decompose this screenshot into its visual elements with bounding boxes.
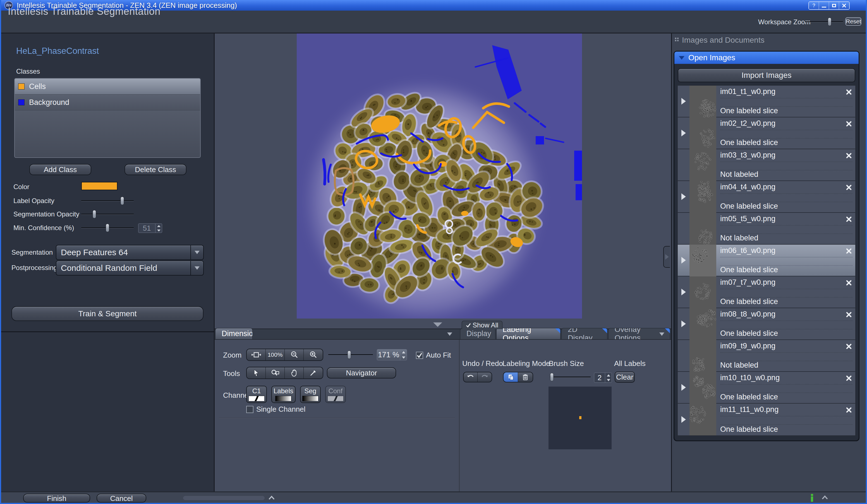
spin-up-icon[interactable] [605, 373, 612, 377]
image-viewport[interactable] [297, 33, 582, 318]
collapse-bottom-panel-icon[interactable] [433, 322, 442, 327]
image-list-item[interactable]: im04_t4_w0.png One labeled slice [678, 181, 855, 213]
train-segment-button[interactable]: Train & Segment [11, 306, 203, 321]
horizontal-scrollbar[interactable] [183, 496, 265, 500]
spin-down-icon[interactable] [156, 228, 162, 233]
zoom-out-button[interactable] [285, 349, 304, 360]
image-list-item[interactable]: im06_t6_w0.png One labeled slice [678, 245, 855, 276]
project-name-link[interactable]: HeLa_PhaseContrast [16, 46, 99, 56]
image-list-item[interactable]: im11_t11_w0.png One labeled slice [678, 404, 855, 435]
dropdown-arrow-icon[interactable] [190, 261, 203, 275]
zoom-100-button[interactable]: 100% [266, 349, 285, 360]
redo-button[interactable] [478, 372, 492, 382]
workspace-zoom-reset-button[interactable]: Reset [845, 17, 861, 26]
class-row[interactable]: Cells [15, 79, 200, 95]
workspace-zoom-thumb[interactable] [828, 18, 832, 26]
import-images-button[interactable]: Import Images [678, 68, 855, 82]
channel-button-labels[interactable]: Labels [271, 386, 296, 403]
workspace-zoom-slider[interactable] [805, 17, 843, 26]
close-button[interactable] [839, 2, 849, 9]
spin-up-icon[interactable] [400, 350, 407, 355]
channel-button-seg[interactable]: Seg [300, 386, 321, 403]
undo-button[interactable] [464, 372, 478, 382]
close-image-button[interactable] [845, 183, 853, 191]
auto-fit-checkbox[interactable] [416, 352, 423, 359]
display-panel-menu-icon[interactable] [659, 332, 664, 336]
erase-mode-button[interactable] [518, 372, 533, 382]
single-channel-checkbox[interactable] [246, 406, 254, 413]
dropdown-arrow-icon[interactable] [190, 245, 203, 259]
image-list-item[interactable]: im05_t5_w0.png Not labeled [678, 213, 855, 245]
delete-class-button[interactable]: Delete Class [125, 164, 186, 175]
expand-arrow-icon[interactable] [681, 98, 686, 105]
tab-dimensions[interactable]: Dimensions [215, 328, 253, 339]
brush-mode-button[interactable] [504, 372, 518, 382]
expand-arrow-icon[interactable] [681, 257, 686, 264]
close-image-button[interactable] [845, 278, 853, 287]
single-channel-control[interactable]: Single Channel [246, 405, 306, 414]
zoom-in-button[interactable] [304, 349, 323, 360]
image-list-item[interactable]: im02_t2_w0.png One labeled slice [678, 118, 855, 149]
image-list-item[interactable]: im08_t8_w0.png One labeled slice [678, 308, 855, 340]
add-class-button[interactable]: Add Class [29, 164, 91, 175]
min-confidence-slider[interactable] [81, 223, 134, 232]
close-image-button[interactable] [845, 374, 853, 382]
fit-view-button[interactable] [247, 349, 266, 360]
segmentation-method-dropdown[interactable]: Deep Features 64 [56, 245, 204, 260]
close-image-button[interactable] [845, 342, 853, 351]
close-image-button[interactable] [845, 247, 853, 255]
dimensions-panel-menu-icon[interactable] [447, 332, 452, 336]
expand-arrow-icon[interactable] [681, 193, 686, 200]
cursor-tool-button[interactable] [247, 367, 266, 379]
image-list-item[interactable]: im01_t1_w0.png One labeled slice [678, 86, 855, 118]
spin-down-icon[interactable] [605, 377, 612, 382]
spin-down-icon[interactable] [400, 355, 407, 360]
clear-labels-button[interactable]: Clear [615, 372, 635, 383]
info-icon[interactable] [810, 494, 814, 502]
expand-arrow-icon[interactable] [681, 384, 686, 391]
channel-button-conf[interactable]: Conf [325, 386, 346, 403]
open-images-header[interactable]: Open Images [674, 52, 859, 64]
expand-arrow-icon[interactable] [681, 289, 686, 295]
close-image-button[interactable] [845, 215, 853, 223]
view-zoom-slider[interactable] [328, 350, 373, 359]
picker-tool-button[interactable] [304, 367, 323, 379]
tab-2d-display[interactable]: 2D Display [561, 328, 607, 339]
pan-tool-button[interactable] [285, 367, 304, 379]
channel-button-c1[interactable]: C1 [246, 386, 267, 403]
minimize-button[interactable] [819, 2, 829, 9]
spin-up-icon[interactable] [156, 224, 162, 228]
close-image-button[interactable] [845, 120, 853, 128]
class-row[interactable]: Background [15, 95, 200, 110]
segmentation-opacity-slider[interactable] [81, 210, 134, 219]
collapse-right-panel-handle[interactable] [663, 246, 670, 268]
zoom-region-tool-button[interactable] [266, 367, 285, 379]
image-list-item[interactable]: im09_t9_w0.png Not labeled [678, 340, 855, 372]
collapse-footer-icon[interactable] [821, 495, 828, 500]
image-list-item[interactable]: im07_t7_w0.png One labeled slice [678, 276, 855, 308]
close-image-button[interactable] [845, 88, 853, 96]
expand-up-icon[interactable] [268, 495, 275, 501]
postprocessing-dropdown[interactable]: Conditional Random Field [56, 261, 204, 276]
show-all-toggle[interactable]: Show All [462, 321, 502, 329]
cancel-button[interactable]: Cancel [97, 494, 146, 503]
help-button[interactable]: ? [809, 2, 819, 9]
image-list-item[interactable]: im03_t3_w0.png Not labeled [678, 149, 855, 181]
label-opacity-slider[interactable] [81, 196, 134, 205]
expand-arrow-icon[interactable] [681, 320, 686, 327]
class-list[interactable]: CellsBackground [14, 78, 201, 158]
class-color-swatch[interactable] [81, 182, 118, 190]
expand-arrow-icon[interactable] [681, 416, 686, 423]
navigator-button[interactable]: Navigator [327, 367, 396, 379]
tab-display[interactable]: Display [460, 328, 495, 339]
tab-labeling-options[interactable]: Labeling Options [496, 328, 560, 339]
close-image-button[interactable] [845, 406, 853, 414]
view-zoom-spinner[interactable]: 171 % [377, 349, 407, 360]
min-confidence-spinner[interactable]: 51 [138, 223, 162, 233]
finish-button[interactable]: Finish [23, 494, 90, 503]
brush-size-spinner[interactable]: 2 [594, 373, 612, 383]
maximize-button[interactable] [829, 2, 839, 9]
close-image-button[interactable] [845, 152, 853, 160]
expand-arrow-icon[interactable] [681, 130, 686, 136]
brush-size-slider[interactable] [550, 373, 591, 382]
